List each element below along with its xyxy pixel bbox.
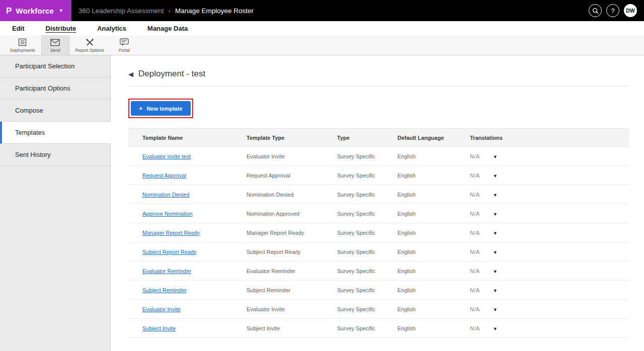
language-cell: English bbox=[397, 185, 470, 204]
type-cell: Survey Specific bbox=[337, 204, 397, 223]
column-header-template-type: Template Type bbox=[247, 129, 337, 147]
template-link-subject-invite[interactable]: Subject Invite bbox=[142, 325, 176, 331]
type-cell: Survey Specific bbox=[337, 281, 397, 300]
translations-value: N/A bbox=[470, 153, 480, 159]
search-button[interactable] bbox=[589, 4, 602, 17]
translations-dropdown-button[interactable]: ▼ bbox=[493, 193, 498, 198]
translations-dropdown-button[interactable]: ▼ bbox=[493, 288, 498, 293]
breadcrumb-current: Manage Employee Roster bbox=[175, 7, 254, 15]
template-link-subject-report-ready[interactable]: Subject Report Ready bbox=[142, 249, 197, 255]
translations-cell: N/A▼ bbox=[470, 242, 629, 261]
toolbar-item-label: Send bbox=[50, 48, 60, 53]
template-name-cell: Manager Report Ready bbox=[128, 223, 247, 242]
translations-value: N/A bbox=[470, 249, 480, 255]
table-row: Nomination DeniedNomination DeniedSurvey… bbox=[128, 185, 629, 204]
menu-item-analytics[interactable]: Analytics bbox=[97, 25, 126, 32]
table-row: Subject ReminderSubject ReminderSurvey S… bbox=[128, 281, 629, 300]
translations-dropdown-button[interactable]: ▼ bbox=[493, 154, 498, 159]
toolbar-item-label: Portal bbox=[119, 48, 130, 53]
translations-cell: N/A▼ bbox=[470, 281, 629, 300]
template-link-evaluator-invite-test[interactable]: Evaluator invite test bbox=[142, 153, 191, 159]
sidebar-item-templates[interactable]: Templates bbox=[0, 122, 111, 144]
template-link-approve-nomination[interactable]: Approve Nomination bbox=[142, 211, 193, 217]
toolbar-item-portal[interactable]: Portal bbox=[110, 35, 138, 55]
type-cell: Survey Specific bbox=[337, 147, 397, 166]
translations-dropdown-button[interactable]: ▼ bbox=[493, 326, 498, 331]
avatar[interactable]: DW bbox=[624, 4, 637, 17]
template-link-request-approval[interactable]: Request Approval bbox=[142, 172, 186, 179]
sidebar: Participant SelectionParticipant Options… bbox=[0, 55, 111, 351]
sidebar-item-compose[interactable]: Compose bbox=[0, 100, 110, 122]
template-type-cell: Manager Report Ready bbox=[247, 223, 337, 242]
language-cell: English bbox=[397, 319, 470, 338]
language-cell: English bbox=[397, 261, 470, 281]
template-link-nomination-denied[interactable]: Nomination Denied bbox=[142, 192, 190, 198]
breadcrumb-separator-icon: › bbox=[169, 7, 171, 15]
language-cell: English bbox=[397, 300, 470, 319]
translations-value: N/A bbox=[470, 268, 480, 274]
translations-cell: N/A▼ bbox=[470, 319, 629, 338]
translations-dropdown-button[interactable]: ▼ bbox=[493, 231, 498, 236]
breadcrumb-parent[interactable]: 360 Leadership Assessment bbox=[78, 7, 164, 15]
toolbar-item-report-options[interactable]: Report Options bbox=[69, 35, 110, 55]
back-chevron-icon[interactable]: ◀ bbox=[128, 71, 133, 77]
language-cell: English bbox=[397, 166, 470, 185]
template-name-cell: Nomination Denied bbox=[128, 185, 247, 204]
deployments-icon bbox=[18, 38, 27, 46]
template-link-manager-report-ready[interactable]: Manager Report Ready bbox=[142, 230, 200, 236]
translations-dropdown-button[interactable]: ▼ bbox=[493, 212, 498, 217]
chevron-down-icon: ▼ bbox=[59, 8, 63, 13]
menu-item-distribute[interactable]: Distribute bbox=[46, 25, 76, 32]
toolbar-item-label: Deployments bbox=[10, 48, 35, 53]
template-type-cell: Evaluator Invite bbox=[247, 147, 337, 166]
translations-value: N/A bbox=[470, 325, 480, 331]
help-button[interactable]: ? bbox=[606, 4, 619, 17]
search-icon bbox=[592, 8, 599, 14]
sidebar-item-participant-options[interactable]: Participant Options bbox=[0, 77, 110, 100]
table-row: Evaluator InviteEvaluator InviteSurvey S… bbox=[128, 300, 629, 319]
annotation-highlight-box: + New template bbox=[128, 99, 193, 118]
toolbar-item-send[interactable]: Send bbox=[41, 35, 69, 55]
column-header-type: Type bbox=[337, 129, 397, 147]
menu-item-manage-data[interactable]: Manage Data bbox=[147, 25, 188, 32]
new-template-button-label: New template bbox=[147, 106, 183, 112]
template-link-subject-reminder[interactable]: Subject Reminder bbox=[142, 287, 186, 293]
template-name-cell: Request Approval bbox=[128, 166, 247, 185]
template-name-cell: Approve Nomination bbox=[128, 204, 247, 223]
table-header-row: Template NameTemplate TypeTypeDefault La… bbox=[128, 129, 629, 147]
menu-item-edit[interactable]: Edit bbox=[12, 25, 25, 32]
template-link-evaluator-invite[interactable]: Evaluator Invite bbox=[142, 306, 181, 312]
table-row: Manager Report ReadyManager Report Ready… bbox=[128, 223, 629, 242]
template-name-cell: Subject Invite bbox=[128, 319, 247, 338]
language-cell: English bbox=[397, 223, 470, 242]
plus-icon: + bbox=[139, 105, 143, 112]
translations-cell: N/A▼ bbox=[470, 261, 629, 281]
translations-value: N/A bbox=[470, 211, 480, 217]
type-cell: Survey Specific bbox=[337, 300, 397, 319]
page-header: ◀ Deployment - test bbox=[128, 69, 629, 79]
table-row: Evaluator invite testEvaluator InviteSur… bbox=[128, 147, 629, 166]
template-name-cell: Evaluator Reminder bbox=[128, 261, 247, 281]
translations-dropdown-button[interactable]: ▼ bbox=[493, 269, 498, 274]
translations-value: N/A bbox=[470, 192, 480, 198]
translations-cell: N/A▼ bbox=[470, 147, 629, 166]
column-header-template-name: Template Name bbox=[128, 129, 247, 147]
breadcrumb: 360 Leadership Assessment › Manage Emplo… bbox=[78, 7, 254, 15]
translations-dropdown-button[interactable]: ▼ bbox=[493, 307, 498, 312]
toolbar-item-deployments[interactable]: Deployments bbox=[4, 35, 41, 55]
translations-dropdown-button[interactable]: ▼ bbox=[493, 250, 498, 255]
translations-value: N/A bbox=[470, 306, 480, 312]
sidebar-item-participant-selection[interactable]: Participant Selection bbox=[0, 55, 110, 77]
table-row: Evaluator ReminderEvaluator ReminderSurv… bbox=[128, 261, 629, 281]
translations-dropdown-button[interactable]: ▼ bbox=[493, 173, 498, 179]
template-type-cell: Subject Invite bbox=[247, 319, 337, 338]
new-template-button[interactable]: + New template bbox=[131, 101, 191, 116]
type-cell: Survey Specific bbox=[337, 319, 397, 338]
template-name-cell: Subject Reminder bbox=[128, 281, 247, 300]
workforce-brand-menu[interactable]: P Workforce ▼ bbox=[0, 0, 71, 21]
template-type-cell: Evaluator Reminder bbox=[247, 261, 337, 281]
send-icon bbox=[50, 38, 60, 46]
table-row: Request ApprovalRequest ApprovalSurvey S… bbox=[128, 166, 629, 185]
template-link-evaluator-reminder[interactable]: Evaluator Reminder bbox=[142, 268, 191, 274]
sidebar-item-sent-history[interactable]: Sent History bbox=[0, 144, 110, 166]
